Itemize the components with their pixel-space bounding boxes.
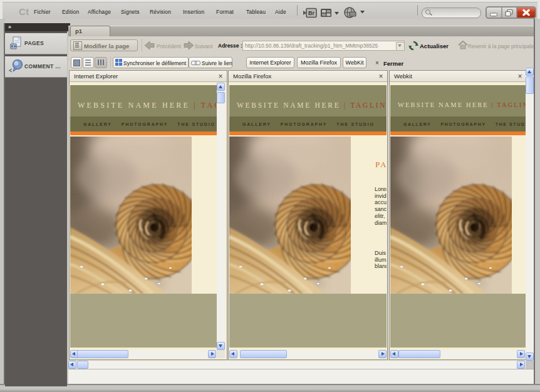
svg-text:Br: Br — [308, 10, 314, 16]
